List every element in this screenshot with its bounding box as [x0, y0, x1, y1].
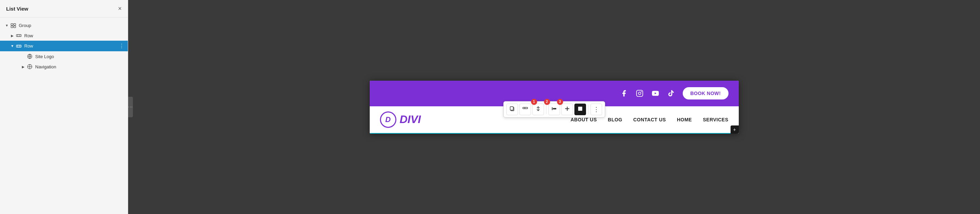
- toolbar-divider-1: [546, 105, 546, 114]
- logo-area: D DIVI: [380, 112, 421, 128]
- row-icon-2: [16, 43, 22, 49]
- chevron-row1: ▶: [10, 34, 15, 38]
- row-icon-1: [16, 32, 22, 38]
- nav-links: ABOUT US BLOG CONTACT US HOME SERVICES: [571, 117, 729, 122]
- list-view-header: List View ×: [0, 0, 128, 18]
- facebook-icon[interactable]: [619, 89, 629, 98]
- move-button[interactable]: [532, 104, 544, 115]
- block-button[interactable]: [574, 104, 586, 115]
- group-icon: [10, 22, 16, 29]
- align-left-icon: [552, 106, 557, 112]
- instagram-icon[interactable]: [635, 89, 644, 98]
- nav-link-home[interactable]: HOME: [677, 117, 692, 122]
- copy-button[interactable]: [506, 104, 518, 115]
- close-button[interactable]: ×: [118, 5, 122, 12]
- toolbar-divider-2: [588, 105, 589, 114]
- tree-item-row-1[interactable]: ▶ Row: [0, 30, 128, 41]
- svg-rect-24: [636, 90, 643, 96]
- more-icon: ⋮: [593, 105, 599, 113]
- left-handle-icon: ⋮: [128, 105, 133, 109]
- badge-3: 3: [557, 99, 563, 105]
- svg-rect-4: [16, 35, 21, 37]
- svg-rect-0: [11, 24, 13, 25]
- nav-link-contact[interactable]: CONTACT US: [633, 117, 666, 122]
- add-button[interactable]: [562, 104, 573, 115]
- row-1-label: Row: [24, 33, 124, 38]
- resize-handle[interactable]: +: [730, 125, 739, 134]
- logo-circle: D: [380, 112, 396, 128]
- panel-title: List View: [6, 6, 29, 12]
- svg-rect-2: [11, 26, 13, 28]
- nav-link-about[interactable]: ABOUT US: [571, 117, 597, 122]
- tree-item-navigation[interactable]: ▶ Navigation: [0, 62, 128, 72]
- row-2-more-icon[interactable]: ⋮: [119, 43, 124, 49]
- toolbar: 1 2 3: [503, 101, 605, 118]
- list-view-panel: List View × ▼ Group ▶: [0, 0, 128, 214]
- tiktok-icon[interactable]: [666, 89, 676, 98]
- svg-point-26: [641, 91, 642, 92]
- navigation-icon: [27, 64, 33, 70]
- layout-button[interactable]: [519, 104, 531, 115]
- svg-point-25: [639, 92, 641, 94]
- youtube-icon[interactable]: [651, 89, 660, 98]
- nav-link-blog[interactable]: BLOG: [608, 117, 622, 122]
- navigation-label: Navigation: [35, 64, 124, 69]
- badge-1: 1: [531, 99, 537, 105]
- website-frame: 1 2 3: [370, 81, 739, 134]
- toolbar-wrapper: 1 2 3: [503, 101, 605, 118]
- logo-letter: D: [385, 115, 391, 124]
- copy-icon: [509, 106, 515, 112]
- align-left-button[interactable]: [549, 104, 560, 115]
- chevron-group: ▼: [4, 24, 10, 27]
- social-icons: [619, 89, 676, 98]
- svg-rect-23: [578, 107, 582, 111]
- svg-rect-16: [510, 107, 513, 110]
- resize-icon: +: [733, 127, 736, 132]
- layout-icon: [522, 106, 528, 112]
- move-icon: [535, 106, 541, 112]
- canvas-area: ⋮ 1 2 3: [128, 0, 980, 214]
- svg-rect-1: [14, 24, 16, 25]
- nav-link-services[interactable]: SERVICES: [703, 117, 729, 122]
- more-options-button[interactable]: ⋮: [590, 104, 602, 115]
- tree-item-group[interactable]: ▼ Group: [0, 20, 128, 30]
- tree-item-row-2[interactable]: ▼ Row ⋮: [0, 41, 128, 51]
- group-label: Group: [19, 23, 124, 28]
- tree-view: ▼ Group ▶ Row: [0, 18, 128, 214]
- svg-rect-17: [523, 107, 528, 109]
- book-now-button[interactable]: BOOK NOW!: [683, 87, 728, 99]
- chevron-nav: ▶: [21, 65, 26, 69]
- svg-rect-20: [553, 108, 556, 109]
- site-logo-label: Site Logo: [35, 54, 124, 59]
- site-logo-icon: [27, 53, 33, 59]
- tree-item-site-logo[interactable]: Site Logo: [0, 51, 128, 62]
- row-2-label: Row: [24, 43, 119, 48]
- left-resize-handle[interactable]: ⋮: [128, 97, 133, 117]
- chevron-row2: ▼: [10, 44, 15, 48]
- svg-rect-3: [14, 26, 16, 28]
- plus-icon: [565, 106, 570, 112]
- logo-text: DIVI: [400, 113, 421, 126]
- block-icon: [578, 106, 583, 112]
- svg-rect-7: [16, 45, 21, 47]
- badge-2: 2: [544, 99, 550, 105]
